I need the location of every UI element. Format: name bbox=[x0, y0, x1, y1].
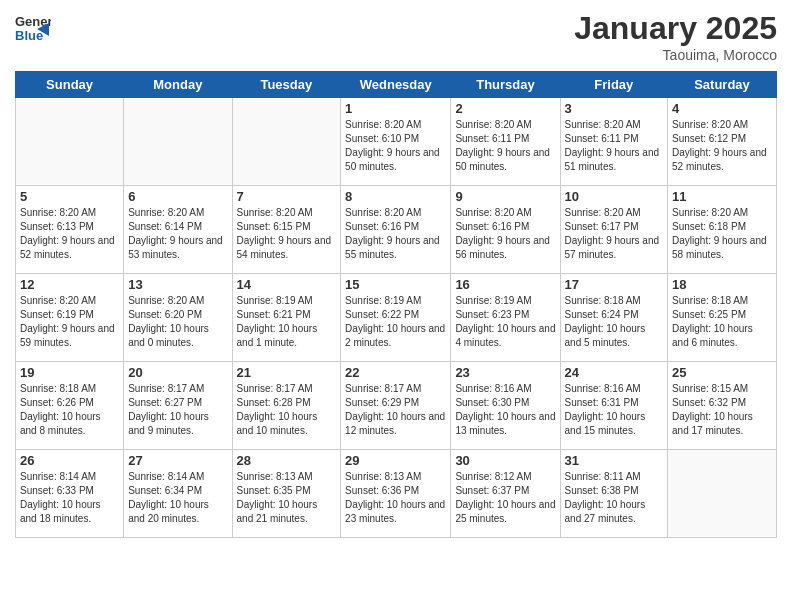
day-number: 15 bbox=[345, 277, 446, 292]
calendar-cell: 26Sunrise: 8:14 AM Sunset: 6:33 PM Dayli… bbox=[16, 450, 124, 538]
calendar-cell: 10Sunrise: 8:20 AM Sunset: 6:17 PM Dayli… bbox=[560, 186, 668, 274]
day-number: 7 bbox=[237, 189, 337, 204]
day-info: Sunrise: 8:16 AM Sunset: 6:31 PM Dayligh… bbox=[565, 382, 664, 438]
header-friday: Friday bbox=[560, 72, 668, 98]
header-saturday: Saturday bbox=[668, 72, 777, 98]
day-info: Sunrise: 8:20 AM Sunset: 6:15 PM Dayligh… bbox=[237, 206, 337, 262]
day-number: 31 bbox=[565, 453, 664, 468]
calendar-cell: 22Sunrise: 8:17 AM Sunset: 6:29 PM Dayli… bbox=[341, 362, 451, 450]
calendar-cell: 29Sunrise: 8:13 AM Sunset: 6:36 PM Dayli… bbox=[341, 450, 451, 538]
day-number: 1 bbox=[345, 101, 446, 116]
calendar-cell: 1Sunrise: 8:20 AM Sunset: 6:10 PM Daylig… bbox=[341, 98, 451, 186]
location: Taouima, Morocco bbox=[574, 47, 777, 63]
calendar-week-row: 12Sunrise: 8:20 AM Sunset: 6:19 PM Dayli… bbox=[16, 274, 777, 362]
day-number: 16 bbox=[455, 277, 555, 292]
calendar: Sunday Monday Tuesday Wednesday Thursday… bbox=[15, 71, 777, 538]
day-number: 25 bbox=[672, 365, 772, 380]
calendar-week-row: 1Sunrise: 8:20 AM Sunset: 6:10 PM Daylig… bbox=[16, 98, 777, 186]
day-info: Sunrise: 8:20 AM Sunset: 6:17 PM Dayligh… bbox=[565, 206, 664, 262]
day-info: Sunrise: 8:12 AM Sunset: 6:37 PM Dayligh… bbox=[455, 470, 555, 526]
calendar-cell: 8Sunrise: 8:20 AM Sunset: 6:16 PM Daylig… bbox=[341, 186, 451, 274]
day-info: Sunrise: 8:11 AM Sunset: 6:38 PM Dayligh… bbox=[565, 470, 664, 526]
logo-svg: General Blue bbox=[15, 10, 51, 46]
day-number: 22 bbox=[345, 365, 446, 380]
day-number: 30 bbox=[455, 453, 555, 468]
calendar-cell: 6Sunrise: 8:20 AM Sunset: 6:14 PM Daylig… bbox=[124, 186, 232, 274]
calendar-cell: 17Sunrise: 8:18 AM Sunset: 6:24 PM Dayli… bbox=[560, 274, 668, 362]
day-number: 14 bbox=[237, 277, 337, 292]
day-number: 20 bbox=[128, 365, 227, 380]
calendar-cell: 21Sunrise: 8:17 AM Sunset: 6:28 PM Dayli… bbox=[232, 362, 341, 450]
month-title: January 2025 bbox=[574, 10, 777, 47]
calendar-cell: 31Sunrise: 8:11 AM Sunset: 6:38 PM Dayli… bbox=[560, 450, 668, 538]
calendar-cell bbox=[16, 98, 124, 186]
calendar-cell bbox=[232, 98, 341, 186]
weekday-header-row: Sunday Monday Tuesday Wednesday Thursday… bbox=[16, 72, 777, 98]
day-number: 27 bbox=[128, 453, 227, 468]
day-info: Sunrise: 8:18 AM Sunset: 6:24 PM Dayligh… bbox=[565, 294, 664, 350]
header-thursday: Thursday bbox=[451, 72, 560, 98]
day-number: 24 bbox=[565, 365, 664, 380]
day-info: Sunrise: 8:18 AM Sunset: 6:25 PM Dayligh… bbox=[672, 294, 772, 350]
calendar-cell: 12Sunrise: 8:20 AM Sunset: 6:19 PM Dayli… bbox=[16, 274, 124, 362]
calendar-cell: 9Sunrise: 8:20 AM Sunset: 6:16 PM Daylig… bbox=[451, 186, 560, 274]
header-tuesday: Tuesday bbox=[232, 72, 341, 98]
calendar-cell: 25Sunrise: 8:15 AM Sunset: 6:32 PM Dayli… bbox=[668, 362, 777, 450]
day-info: Sunrise: 8:13 AM Sunset: 6:35 PM Dayligh… bbox=[237, 470, 337, 526]
header-wednesday: Wednesday bbox=[341, 72, 451, 98]
day-number: 11 bbox=[672, 189, 772, 204]
calendar-cell: 19Sunrise: 8:18 AM Sunset: 6:26 PM Dayli… bbox=[16, 362, 124, 450]
day-info: Sunrise: 8:18 AM Sunset: 6:26 PM Dayligh… bbox=[20, 382, 119, 438]
day-info: Sunrise: 8:20 AM Sunset: 6:11 PM Dayligh… bbox=[455, 118, 555, 174]
day-info: Sunrise: 8:17 AM Sunset: 6:27 PM Dayligh… bbox=[128, 382, 227, 438]
day-info: Sunrise: 8:14 AM Sunset: 6:34 PM Dayligh… bbox=[128, 470, 227, 526]
day-number: 23 bbox=[455, 365, 555, 380]
day-number: 6 bbox=[128, 189, 227, 204]
day-number: 29 bbox=[345, 453, 446, 468]
calendar-cell: 7Sunrise: 8:20 AM Sunset: 6:15 PM Daylig… bbox=[232, 186, 341, 274]
day-number: 18 bbox=[672, 277, 772, 292]
calendar-week-row: 19Sunrise: 8:18 AM Sunset: 6:26 PM Dayli… bbox=[16, 362, 777, 450]
calendar-cell: 3Sunrise: 8:20 AM Sunset: 6:11 PM Daylig… bbox=[560, 98, 668, 186]
day-info: Sunrise: 8:20 AM Sunset: 6:12 PM Dayligh… bbox=[672, 118, 772, 174]
day-number: 9 bbox=[455, 189, 555, 204]
day-number: 3 bbox=[565, 101, 664, 116]
day-number: 13 bbox=[128, 277, 227, 292]
day-info: Sunrise: 8:19 AM Sunset: 6:23 PM Dayligh… bbox=[455, 294, 555, 350]
day-info: Sunrise: 8:20 AM Sunset: 6:20 PM Dayligh… bbox=[128, 294, 227, 350]
day-number: 26 bbox=[20, 453, 119, 468]
day-number: 12 bbox=[20, 277, 119, 292]
day-info: Sunrise: 8:17 AM Sunset: 6:29 PM Dayligh… bbox=[345, 382, 446, 438]
day-number: 2 bbox=[455, 101, 555, 116]
svg-text:Blue: Blue bbox=[15, 28, 43, 43]
day-info: Sunrise: 8:16 AM Sunset: 6:30 PM Dayligh… bbox=[455, 382, 555, 438]
day-info: Sunrise: 8:13 AM Sunset: 6:36 PM Dayligh… bbox=[345, 470, 446, 526]
calendar-cell: 18Sunrise: 8:18 AM Sunset: 6:25 PM Dayli… bbox=[668, 274, 777, 362]
day-number: 19 bbox=[20, 365, 119, 380]
day-number: 8 bbox=[345, 189, 446, 204]
calendar-cell: 14Sunrise: 8:19 AM Sunset: 6:21 PM Dayli… bbox=[232, 274, 341, 362]
calendar-cell: 16Sunrise: 8:19 AM Sunset: 6:23 PM Dayli… bbox=[451, 274, 560, 362]
day-info: Sunrise: 8:19 AM Sunset: 6:21 PM Dayligh… bbox=[237, 294, 337, 350]
day-info: Sunrise: 8:19 AM Sunset: 6:22 PM Dayligh… bbox=[345, 294, 446, 350]
day-info: Sunrise: 8:20 AM Sunset: 6:19 PM Dayligh… bbox=[20, 294, 119, 350]
calendar-cell: 2Sunrise: 8:20 AM Sunset: 6:11 PM Daylig… bbox=[451, 98, 560, 186]
day-number: 4 bbox=[672, 101, 772, 116]
day-info: Sunrise: 8:20 AM Sunset: 6:16 PM Dayligh… bbox=[455, 206, 555, 262]
day-number: 10 bbox=[565, 189, 664, 204]
day-info: Sunrise: 8:20 AM Sunset: 6:16 PM Dayligh… bbox=[345, 206, 446, 262]
day-info: Sunrise: 8:20 AM Sunset: 6:14 PM Dayligh… bbox=[128, 206, 227, 262]
calendar-cell: 27Sunrise: 8:14 AM Sunset: 6:34 PM Dayli… bbox=[124, 450, 232, 538]
header-sunday: Sunday bbox=[16, 72, 124, 98]
day-info: Sunrise: 8:20 AM Sunset: 6:18 PM Dayligh… bbox=[672, 206, 772, 262]
calendar-cell: 28Sunrise: 8:13 AM Sunset: 6:35 PM Dayli… bbox=[232, 450, 341, 538]
header-monday: Monday bbox=[124, 72, 232, 98]
page: General Blue January 2025 Taouima, Moroc… bbox=[0, 0, 792, 612]
day-info: Sunrise: 8:20 AM Sunset: 6:13 PM Dayligh… bbox=[20, 206, 119, 262]
calendar-cell bbox=[124, 98, 232, 186]
header: General Blue January 2025 Taouima, Moroc… bbox=[15, 10, 777, 63]
calendar-cell: 15Sunrise: 8:19 AM Sunset: 6:22 PM Dayli… bbox=[341, 274, 451, 362]
calendar-week-row: 5Sunrise: 8:20 AM Sunset: 6:13 PM Daylig… bbox=[16, 186, 777, 274]
calendar-cell bbox=[668, 450, 777, 538]
day-info: Sunrise: 8:20 AM Sunset: 6:10 PM Dayligh… bbox=[345, 118, 446, 174]
